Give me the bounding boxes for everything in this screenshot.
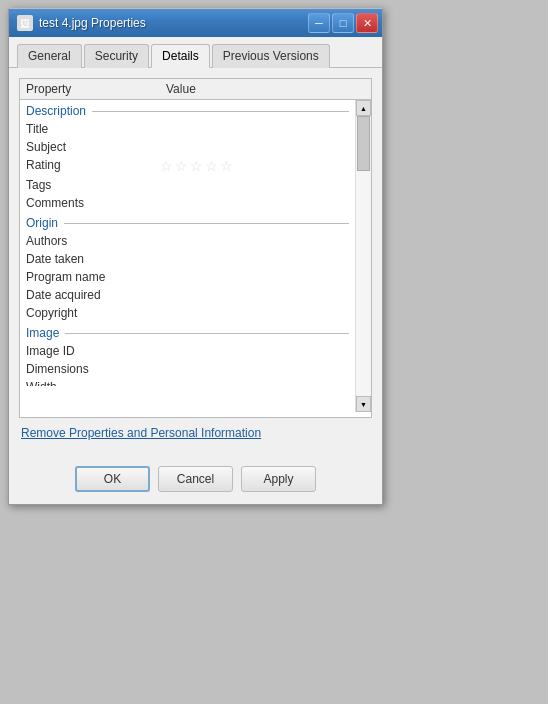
star-1[interactable]: ☆ [160, 158, 173, 174]
title-bar-left: 🖼 test 4.jpg Properties [17, 15, 146, 31]
cancel-button[interactable]: Cancel [158, 466, 233, 492]
value-copyright[interactable] [160, 306, 349, 320]
table-row[interactable]: Copyright [20, 304, 355, 322]
table-header: Property Value [20, 79, 371, 100]
scroll-down-button[interactable]: ▼ [356, 396, 371, 412]
value-comments[interactable] [160, 196, 349, 210]
scrollbar[interactable]: ▲ ▼ [355, 100, 371, 412]
window-title: test 4.jpg Properties [39, 16, 146, 30]
table-row[interactable]: Image ID [20, 342, 355, 360]
title-bar: 🖼 test 4.jpg Properties ─ □ ✕ [9, 9, 382, 37]
value-tags[interactable] [160, 178, 349, 192]
value-width[interactable] [160, 380, 349, 386]
table-row[interactable]: Program name [20, 268, 355, 286]
scroll-up-button[interactable]: ▲ [356, 100, 371, 116]
table-row[interactable]: Date acquired [20, 286, 355, 304]
table-row[interactable]: Rating ☆ ☆ ☆ ☆ ☆ [20, 156, 355, 176]
table-row[interactable]: Date taken [20, 250, 355, 268]
table-row[interactable]: Tags [20, 176, 355, 194]
tab-security[interactable]: Security [84, 44, 149, 68]
star-3[interactable]: ☆ [190, 158, 203, 174]
value-date-taken[interactable] [160, 252, 349, 266]
star-5[interactable]: ☆ [220, 158, 233, 174]
value-image-id[interactable] [160, 344, 349, 358]
properties-window: 🖼 test 4.jpg Properties ─ □ ✕ General Se… [8, 8, 383, 505]
button-bar: OK Cancel Apply [9, 458, 382, 504]
properties-table: Property Value Description Title Subject [19, 78, 372, 418]
star-rating[interactable]: ☆ ☆ ☆ ☆ ☆ [160, 158, 349, 174]
table-row[interactable]: Comments [20, 194, 355, 212]
apply-button[interactable]: Apply [241, 466, 316, 492]
tab-content: Property Value Description Title Subject [9, 68, 382, 458]
value-dimensions[interactable] [160, 362, 349, 376]
value-title[interactable] [160, 122, 349, 136]
value-authors[interactable] [160, 234, 349, 248]
value-subject[interactable] [160, 140, 349, 154]
property-dimensions: Dimensions [26, 362, 160, 376]
title-buttons: ─ □ ✕ [308, 13, 378, 33]
table-row[interactable]: Title [20, 120, 355, 138]
property-width: Width [26, 380, 160, 386]
ok-button[interactable]: OK [75, 466, 150, 492]
section-origin: Origin [20, 212, 355, 232]
maximize-button[interactable]: □ [332, 13, 354, 33]
star-4[interactable]: ☆ [205, 158, 218, 174]
property-comments: Comments [26, 196, 160, 210]
col-header-value: Value [166, 82, 365, 96]
window-icon: 🖼 [17, 15, 33, 31]
property-tags: Tags [26, 178, 160, 192]
table-row[interactable]: Dimensions [20, 360, 355, 378]
property-title: Title [26, 122, 160, 136]
property-subject: Subject [26, 140, 160, 154]
tab-bar: General Security Details Previous Versio… [9, 37, 382, 68]
value-program-name[interactable] [160, 270, 349, 284]
tab-previous-versions[interactable]: Previous Versions [212, 44, 330, 68]
value-rating[interactable]: ☆ ☆ ☆ ☆ ☆ [160, 158, 349, 174]
property-authors: Authors [26, 234, 160, 248]
minimize-button[interactable]: ─ [308, 13, 330, 33]
tab-general[interactable]: General [17, 44, 82, 68]
close-button[interactable]: ✕ [356, 13, 378, 33]
tab-details[interactable]: Details [151, 44, 210, 68]
property-copyright: Copyright [26, 306, 160, 320]
table-rows: Description Title Subject Rating [20, 100, 371, 386]
property-rating: Rating [26, 158, 160, 174]
link-area: Remove Properties and Personal Informati… [19, 418, 372, 448]
star-2[interactable]: ☆ [175, 158, 188, 174]
remove-properties-link[interactable]: Remove Properties and Personal Informati… [21, 426, 261, 440]
property-program-name: Program name [26, 270, 160, 284]
value-date-acquired[interactable] [160, 288, 349, 302]
property-image-id: Image ID [26, 344, 160, 358]
table-row[interactable]: Subject [20, 138, 355, 156]
scroll-thumb[interactable] [357, 116, 370, 171]
table-row[interactable]: Width [20, 378, 355, 386]
scroll-track[interactable] [356, 116, 371, 396]
table-row[interactable]: Authors [20, 232, 355, 250]
section-description: Description [20, 100, 355, 120]
property-date-acquired: Date acquired [26, 288, 160, 302]
col-header-property: Property [26, 82, 166, 96]
property-date-taken: Date taken [26, 252, 160, 266]
section-image: Image [20, 322, 355, 342]
